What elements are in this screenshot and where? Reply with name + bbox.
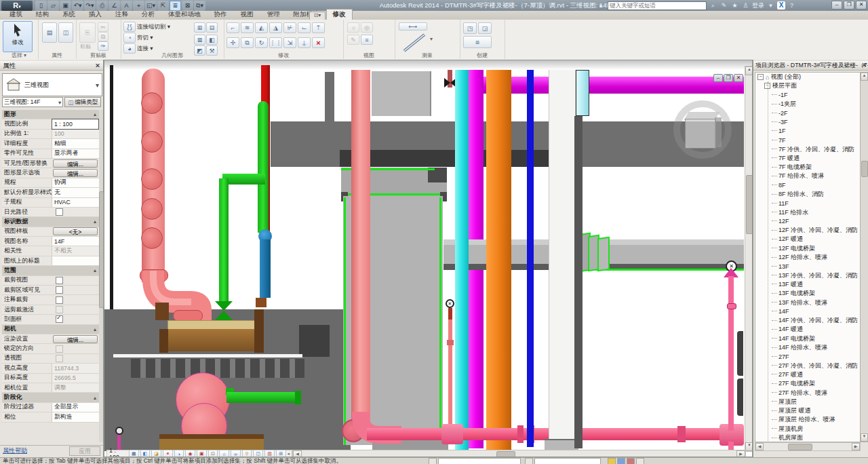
section-collapse-icon[interactable]: ▴ xyxy=(94,218,99,225)
crop-region-icon[interactable]: ⊡ xyxy=(208,450,218,457)
pipe-flange-2[interactable] xyxy=(141,131,163,153)
browser-floor-plan-item[interactable]: 13F xyxy=(755,262,860,271)
pipe-bracket[interactable] xyxy=(256,298,267,307)
browser-horizontal-scrollbar[interactable]: ◀ ▶ xyxy=(755,442,861,451)
browser-floor-plan-item[interactable]: -3F xyxy=(755,117,860,126)
pipe-flange-4[interactable] xyxy=(141,198,163,220)
array-icon[interactable]: ⋮⋮ xyxy=(269,37,282,48)
help-icon[interactable]: ? xyxy=(787,1,796,9)
pin-icon[interactable]: ⍑ xyxy=(312,22,325,33)
ribbon-tab[interactable]: 插入 xyxy=(82,9,108,20)
panel-measure-label[interactable]: 测量 xyxy=(395,52,460,59)
view-minimize-button[interactable]: – xyxy=(713,74,723,82)
override-icon[interactable]: ✎ xyxy=(347,35,359,45)
green-valve-bottom-cone[interactable] xyxy=(215,311,233,320)
property-row[interactable]: 图纸上的标题 xyxy=(2,256,99,266)
property-value[interactable]: HVAC xyxy=(52,198,99,207)
lower-pad-edge[interactable] xyxy=(159,434,264,439)
measure-dropdown-icon[interactable]: ▾ xyxy=(430,36,433,42)
panel-geometry-label[interactable]: 几何图形 xyxy=(121,52,224,59)
ribbon-tab[interactable]: 修改 xyxy=(326,9,353,20)
wall-opening[interactable] xyxy=(299,325,330,357)
property-checkbox[interactable] xyxy=(56,345,63,353)
move-icon[interactable]: ✢ xyxy=(226,37,239,48)
property-value[interactable]: 无 xyxy=(52,188,99,197)
properties-scrollbar[interactable] xyxy=(99,110,103,442)
equipment-bracket-left[interactable] xyxy=(155,303,169,320)
property-checkbox[interactable] xyxy=(56,208,63,216)
project-browser-header[interactable]: 项目浏览器 - DTMTR-3#写字楼及裙楼-（7-... ✕ xyxy=(753,61,868,71)
copy-icon[interactable]: ⧉ xyxy=(98,32,108,41)
browser-floor-plan-item[interactable]: 1F xyxy=(755,127,860,136)
property-row[interactable]: 剖面框 xyxy=(2,315,99,324)
property-checkbox[interactable] xyxy=(56,355,63,362)
section-collapse-icon[interactable]: ▴ xyxy=(94,111,99,117)
green-pipe-coupling[interactable] xyxy=(295,391,301,404)
property-edit-button[interactable]: 编辑... xyxy=(53,169,98,177)
ribbon-tab[interactable]: 体量和场地 xyxy=(161,9,208,20)
property-row[interactable]: 详细程度 精细 xyxy=(2,139,99,149)
browser-floor-plan-item[interactable]: 11F 给排水 xyxy=(755,208,860,216)
create-similar-icon[interactable]: ◲ xyxy=(478,22,492,34)
canvas-vertical-scrollbar[interactable]: ▲ ▼ xyxy=(745,66,753,452)
browser-floor-plan-item[interactable]: 12F 冷供、冷回、冷凝、消防 xyxy=(755,226,860,235)
property-row[interactable]: 日光路径 xyxy=(2,208,99,217)
search-icon[interactable]: ⌕ xyxy=(709,1,717,9)
browser-floor-plan-item[interactable]: 7F 冷供、冷回、冷凝、消防 xyxy=(755,144,860,153)
tree-root-views[interactable]: − ⌂ 视图 (全部) xyxy=(755,73,860,81)
view-scale-label[interactable]: 1 : 100 xyxy=(109,447,127,457)
property-value[interactable]: 精细 xyxy=(52,139,99,148)
property-checkbox[interactable] xyxy=(56,277,63,284)
paint-icon[interactable]: ◧ xyxy=(206,35,218,45)
dark-column-strip[interactable] xyxy=(574,116,583,448)
property-checkbox[interactable] xyxy=(56,286,63,294)
type-selector[interactable]: 三维视图 ▾ xyxy=(2,73,102,96)
worksets-icon[interactable] xyxy=(429,458,437,464)
properties-close-icon[interactable]: ✕ xyxy=(95,62,100,69)
concrete-beam-dark[interactable] xyxy=(340,150,550,167)
thin-pipe-coupling[interactable] xyxy=(447,340,454,345)
viewcube-front-face[interactable] xyxy=(685,119,716,149)
offset-icon[interactable]: ≋ xyxy=(241,22,254,33)
browser-floor-plan-item[interactable]: 14F 给排水、喷淋 xyxy=(755,343,860,352)
panel-select-label[interactable]: 选择 ▾ xyxy=(0,52,38,59)
browser-floor-plan-item[interactable]: 14F 暖通 xyxy=(755,325,860,334)
wall-sliver-1[interactable] xyxy=(737,331,743,376)
section-collapse-icon[interactable]: ▴ xyxy=(94,326,99,332)
blue-riser-pipe[interactable] xyxy=(260,239,271,298)
search-input[interactable] xyxy=(608,1,707,10)
property-value[interactable] xyxy=(52,256,99,265)
property-row[interactable]: 目标高度 26695.5 xyxy=(2,374,99,383)
close-button[interactable]: ✕ xyxy=(856,1,867,9)
analysis-display-icon[interactable]: ▥ xyxy=(264,450,275,457)
browser-floor-plan-item[interactable]: 14F 冷供、冷回、冷凝、消防 xyxy=(755,316,860,325)
property-row[interactable]: 子规程 HVAC xyxy=(2,198,99,208)
valve-neck-pipe[interactable] xyxy=(448,308,452,320)
sun-path-icon[interactable]: ☀ xyxy=(163,450,173,457)
section-collapse-icon[interactable]: ▴ xyxy=(94,395,99,401)
green-pump-pipe[interactable] xyxy=(226,392,301,403)
reveal-hidden-icon[interactable]: ⚲ xyxy=(242,450,252,457)
render-icon[interactable]: ◉ xyxy=(185,450,195,457)
property-row[interactable]: 视图名称 14F xyxy=(2,237,99,246)
pipe-flange-5[interactable] xyxy=(141,227,163,249)
exclude-options-icon[interactable] xyxy=(617,458,625,464)
property-row[interactable]: 阶段化 ▴ xyxy=(2,393,99,402)
property-value[interactable]: 显示两者 xyxy=(52,149,99,158)
browser-floor-plan-item[interactable]: 13F 电缆桥架 xyxy=(755,289,860,298)
browser-floor-plan-item[interactable]: 13F 暖通 xyxy=(755,280,860,289)
infocenter-collapse-icon[interactable]: ▸ xyxy=(597,1,606,9)
exchange-apps-icon[interactable]: X xyxy=(777,1,785,9)
wall-section-edge[interactable] xyxy=(110,65,113,311)
property-value[interactable]: 协调 xyxy=(52,178,99,187)
view-close-button[interactable]: ✕ xyxy=(734,74,743,82)
paste-icon[interactable]: ⎘ xyxy=(79,22,96,43)
active-only-icon[interactable] xyxy=(608,458,616,464)
property-edit-button[interactable]: <无> xyxy=(53,227,98,235)
property-row[interactable]: 规程 协调 xyxy=(2,178,99,188)
properties-icon[interactable]: ▤ xyxy=(42,22,57,43)
property-row[interactable]: 视图样板 <无> xyxy=(2,227,99,237)
property-checkbox[interactable] xyxy=(56,306,63,313)
property-row[interactable]: 零件可见性 显示两者 xyxy=(2,149,99,159)
cut-label[interactable]: 剪切 ▾ xyxy=(137,34,153,42)
